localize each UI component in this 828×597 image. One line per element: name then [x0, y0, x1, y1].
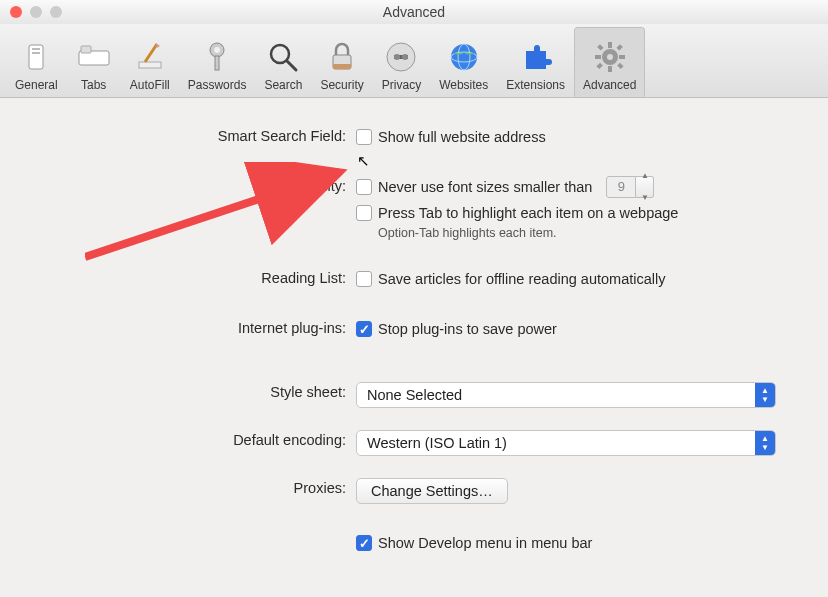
svg-rect-10 — [215, 56, 219, 70]
svg-rect-27 — [619, 55, 625, 59]
font-size-value: 9 — [606, 176, 636, 198]
svg-point-9 — [214, 47, 220, 53]
svg-point-17 — [394, 54, 400, 60]
preferences-toolbar: General Tabs AutoFill Passwords Search S… — [0, 24, 828, 98]
row-plugins: Internet plug-ins: Stop plug-ins to save… — [24, 318, 804, 340]
minimize-window-icon[interactable] — [30, 6, 42, 18]
label-smart-search: Smart Search Field: — [24, 126, 356, 144]
select-stylesheet-value: None Selected — [367, 387, 462, 403]
svg-point-19 — [451, 44, 477, 70]
tab-privacy[interactable]: Privacy — [373, 27, 430, 97]
gear-icon — [592, 39, 628, 75]
tab-label: Security — [320, 78, 363, 92]
option-stop-plugins: Stop plug-ins to save power — [378, 318, 557, 340]
svg-point-18 — [402, 54, 408, 60]
checkbox-press-tab[interactable] — [356, 205, 372, 221]
svg-rect-2 — [32, 52, 40, 54]
row-develop: Show Develop menu in menu bar — [24, 532, 804, 554]
svg-rect-1 — [32, 48, 40, 50]
checkbox-show-develop[interactable] — [356, 535, 372, 551]
option-save-offline: Save articles for offline reading automa… — [378, 268, 665, 290]
lock-icon — [324, 39, 360, 75]
window-controls — [10, 6, 62, 18]
zoom-window-icon[interactable] — [50, 6, 62, 18]
window-title: Advanced — [0, 4, 828, 20]
general-icon — [18, 39, 54, 75]
label-accessibility: Accessibility: — [24, 176, 356, 194]
globe-icon — [446, 39, 482, 75]
select-stylesheet[interactable]: None Selected ▲▼ — [356, 382, 776, 408]
svg-line-12 — [287, 61, 296, 70]
row-reading-list: Reading List: Save articles for offline … — [24, 268, 804, 290]
button-change-settings[interactable]: Change Settings… — [356, 478, 508, 504]
row-smart-search: Smart Search Field: Show full website ad… — [24, 126, 804, 148]
button-change-settings-label: Change Settings… — [371, 483, 493, 499]
tab-label: Extensions — [506, 78, 565, 92]
row-encoding: Default encoding: Western (ISO Latin 1) … — [24, 430, 804, 456]
option-never-font-smaller: Never use font sizes smaller than — [378, 176, 592, 198]
tab-label: AutoFill — [130, 78, 170, 92]
row-accessibility: Accessibility: Never use font sizes smal… — [24, 176, 804, 240]
tab-websites[interactable]: Websites — [430, 27, 497, 97]
tab-label: Websites — [439, 78, 488, 92]
tab-extensions[interactable]: Extensions — [497, 27, 574, 97]
tab-advanced[interactable]: Advanced — [574, 27, 645, 97]
option-show-full-address: Show full website address — [378, 126, 546, 148]
label-plugins: Internet plug-ins: — [24, 318, 356, 336]
checkbox-stop-plugins[interactable] — [356, 321, 372, 337]
select-encoding-value: Western (ISO Latin 1) — [367, 435, 507, 451]
checkbox-show-full-address[interactable] — [356, 129, 372, 145]
tabs-icon — [76, 39, 112, 75]
svg-rect-31 — [596, 63, 602, 69]
titlebar: Advanced — [0, 0, 828, 24]
svg-line-6 — [145, 44, 157, 62]
tab-label: Advanced — [583, 78, 636, 92]
puzzle-icon — [518, 39, 554, 75]
tab-search[interactable]: Search — [255, 27, 311, 97]
row-proxies: Proxies: Change Settings… — [24, 478, 804, 504]
tab-label: Search — [264, 78, 302, 92]
autofill-icon — [132, 39, 168, 75]
tab-label: Privacy — [382, 78, 421, 92]
svg-rect-28 — [597, 44, 603, 50]
checkbox-save-offline[interactable] — [356, 271, 372, 287]
svg-rect-30 — [616, 44, 622, 50]
svg-rect-25 — [608, 66, 612, 72]
label-reading-list: Reading List: — [24, 268, 356, 286]
option-show-develop: Show Develop menu in menu bar — [378, 532, 592, 554]
svg-rect-26 — [595, 55, 601, 59]
label-encoding: Default encoding: — [24, 430, 356, 448]
svg-rect-5 — [139, 62, 161, 68]
label-proxies: Proxies: — [24, 478, 356, 496]
tab-tabs[interactable]: Tabs — [67, 27, 121, 97]
label-stylesheet: Style sheet: — [24, 382, 356, 400]
tab-passwords[interactable]: Passwords — [179, 27, 256, 97]
svg-rect-4 — [81, 46, 91, 53]
svg-point-23 — [607, 54, 613, 60]
svg-rect-29 — [617, 63, 623, 69]
advanced-settings-panel: Smart Search Field: Show full website ad… — [0, 98, 828, 597]
hint-press-tab: Option-Tab highlights each item. — [378, 226, 678, 240]
svg-rect-14 — [333, 64, 351, 69]
chevron-updown-icon: ▲▼ — [755, 383, 775, 407]
tab-security[interactable]: Security — [311, 27, 372, 97]
tab-label: Passwords — [188, 78, 247, 92]
search-icon — [265, 39, 301, 75]
row-stylesheet: Style sheet: None Selected ▲▼ — [24, 382, 804, 408]
font-size-stepper[interactable]: 9 ▲▼ — [606, 176, 654, 198]
privacy-icon — [383, 39, 419, 75]
tab-autofill[interactable]: AutoFill — [121, 27, 179, 97]
chevron-updown-icon: ▲▼ — [755, 431, 775, 455]
tab-label: General — [15, 78, 58, 92]
svg-rect-24 — [608, 42, 612, 48]
select-encoding[interactable]: Western (ISO Latin 1) ▲▼ — [356, 430, 776, 456]
key-icon — [199, 39, 235, 75]
checkbox-never-font-smaller[interactable] — [356, 179, 372, 195]
close-window-icon[interactable] — [10, 6, 22, 18]
option-press-tab: Press Tab to highlight each item on a we… — [378, 202, 678, 224]
tab-label: Tabs — [81, 78, 106, 92]
stepper-arrows-icon[interactable]: ▲▼ — [636, 176, 654, 198]
tab-general[interactable]: General — [6, 27, 67, 97]
